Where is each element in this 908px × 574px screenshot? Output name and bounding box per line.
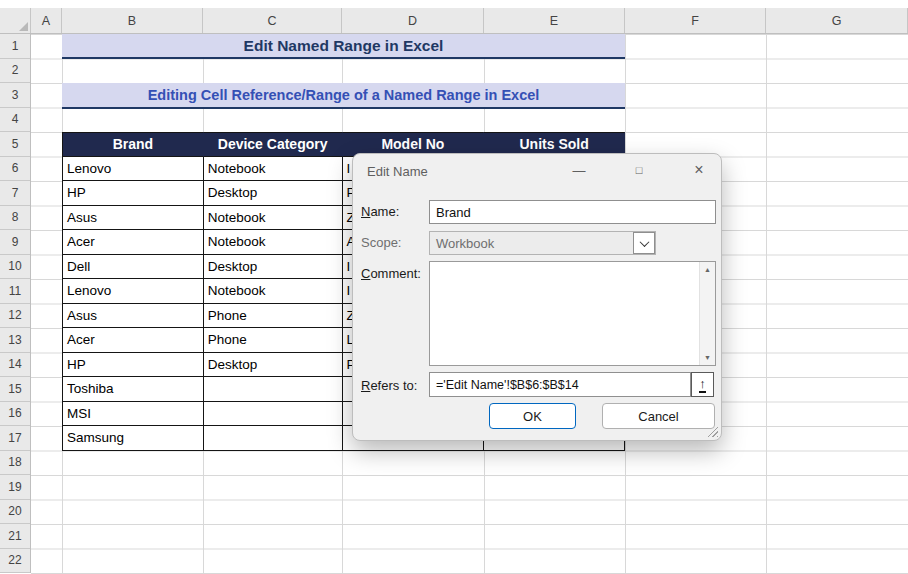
cell-brand[interactable]: Asus xyxy=(63,304,204,329)
row-header-18[interactable]: 18 xyxy=(0,451,30,476)
row-header-9[interactable]: 9 xyxy=(0,230,30,255)
row-header-17[interactable]: 17 xyxy=(0,426,30,451)
cell-category[interactable]: Notebook xyxy=(204,230,343,255)
cell-brand[interactable]: Samsung xyxy=(63,426,204,451)
column-header-a[interactable]: A xyxy=(31,8,62,33)
cell-brand[interactable]: HP xyxy=(63,181,204,206)
window-controls: — □ × xyxy=(571,162,707,178)
row-header-12[interactable]: 12 xyxy=(0,304,30,329)
row-header-11[interactable]: 11 xyxy=(0,279,30,304)
row-header-5[interactable]: 5 xyxy=(0,132,30,157)
row-header-21[interactable]: 21 xyxy=(0,524,30,549)
cell-brand[interactable]: Lenovo xyxy=(63,157,204,182)
cell-category[interactable]: Phone xyxy=(204,328,343,353)
row-header-14[interactable]: 14 xyxy=(0,353,30,378)
cell-category[interactable]: Notebook xyxy=(204,279,343,304)
row-header-10[interactable]: 10 xyxy=(0,255,30,280)
close-button[interactable]: × xyxy=(691,162,707,178)
cell-brand[interactable]: Acer xyxy=(63,230,204,255)
cell-category[interactable]: Notebook xyxy=(204,206,343,231)
row-header-22[interactable]: 22 xyxy=(0,549,30,574)
scroll-down-button[interactable]: ▼ xyxy=(700,350,715,365)
column-header-c[interactable]: C xyxy=(203,8,342,33)
cell-category[interactable]: Desktop xyxy=(204,181,343,206)
column-header-d[interactable]: D xyxy=(342,8,484,33)
cell-brand[interactable]: Toshiba xyxy=(63,377,204,402)
row-header-2[interactable]: 2 xyxy=(0,59,30,84)
excel-window: A B C D E F G 1 2 3 4 5 6 7 8 9 10 11 12… xyxy=(0,0,908,574)
name-input[interactable] xyxy=(429,200,716,224)
column-header-b[interactable]: B xyxy=(62,8,203,33)
cell-brand[interactable]: Lenovo xyxy=(63,279,204,304)
cell-brand[interactable]: Acer xyxy=(63,328,204,353)
row-headers: 1 2 3 4 5 6 7 8 9 10 11 12 13 14 15 16 1… xyxy=(0,34,31,573)
cell-brand[interactable]: MSI xyxy=(63,402,204,427)
scope-label: Scope: xyxy=(361,235,401,250)
scroll-up-button[interactable]: ▲ xyxy=(700,262,715,277)
chevron-down-icon xyxy=(639,237,649,247)
row-header-6[interactable]: 6 xyxy=(0,157,30,182)
column-header-f[interactable]: F xyxy=(625,8,766,33)
row-header-20[interactable]: 20 xyxy=(0,500,30,525)
column-header-g[interactable]: G xyxy=(766,8,908,33)
select-all-button[interactable] xyxy=(0,8,31,33)
close-icon: × xyxy=(694,161,703,179)
gridline xyxy=(766,34,767,574)
row-header-3[interactable]: 3 xyxy=(0,83,30,108)
collapse-dialog-button[interactable]: ↑ xyxy=(691,372,714,397)
row-header-15[interactable]: 15 xyxy=(0,377,30,402)
cell-category[interactable]: Desktop xyxy=(204,255,343,280)
row-header-4[interactable]: 4 xyxy=(0,108,30,133)
row-header-7[interactable]: 7 xyxy=(0,181,30,206)
cell-category[interactable]: Phone xyxy=(204,304,343,329)
minimize-button[interactable]: — xyxy=(571,162,587,178)
edit-name-dialog: Edit Name — □ × Name: Scope: Workbook Co… xyxy=(352,153,722,441)
collapse-dialog-icon: ↑ xyxy=(699,377,706,393)
maximize-icon: □ xyxy=(636,164,643,176)
cell-brand[interactable]: HP xyxy=(63,353,204,378)
row-header-8[interactable]: 8 xyxy=(0,206,30,231)
cell-category[interactable] xyxy=(204,426,343,451)
minimize-icon: — xyxy=(573,163,586,178)
comment-scrollbar[interactable]: ▲ ▼ xyxy=(699,262,715,365)
scope-dropdown-arrow[interactable] xyxy=(633,232,655,254)
refers-to-label: Refers to: xyxy=(361,378,417,393)
cell-category[interactable]: Desktop xyxy=(204,353,343,378)
top-strip xyxy=(0,0,908,8)
cell-brand[interactable]: Asus xyxy=(63,206,204,231)
scope-dropdown[interactable]: Workbook xyxy=(429,231,656,255)
scope-value: Workbook xyxy=(436,236,494,251)
cell-category[interactable] xyxy=(204,377,343,402)
cell-category[interactable] xyxy=(204,402,343,427)
row-header-16[interactable]: 16 xyxy=(0,402,30,427)
ok-button[interactable]: OK xyxy=(489,403,576,429)
refers-to-input[interactable] xyxy=(429,372,691,397)
dialog-title: Edit Name xyxy=(367,164,428,179)
cancel-button[interactable]: Cancel xyxy=(602,403,715,429)
cell-brand[interactable]: Dell xyxy=(63,255,204,280)
row-header-13[interactable]: 13 xyxy=(0,328,30,353)
maximize-button[interactable]: □ xyxy=(631,162,647,178)
column-headers: A B C D E F G xyxy=(0,8,908,34)
name-label: Name: xyxy=(361,204,399,219)
row-header-1[interactable]: 1 xyxy=(0,34,30,59)
column-header-e[interactable]: E xyxy=(484,8,625,33)
comment-textarea[interactable]: ▲ ▼ xyxy=(429,261,716,366)
comment-label: Comment: xyxy=(361,266,421,281)
row-header-19[interactable]: 19 xyxy=(0,475,30,500)
table-header-category[interactable]: Device Category xyxy=(204,132,343,157)
sheet-title-banner[interactable]: Edit Named Range in Excel xyxy=(62,34,625,59)
table-header-brand[interactable]: Brand xyxy=(63,132,204,157)
sheet-subtitle-banner[interactable]: Editing Cell Reference/Range of a Named … xyxy=(62,83,625,109)
cell-category[interactable]: Notebook xyxy=(204,157,343,182)
